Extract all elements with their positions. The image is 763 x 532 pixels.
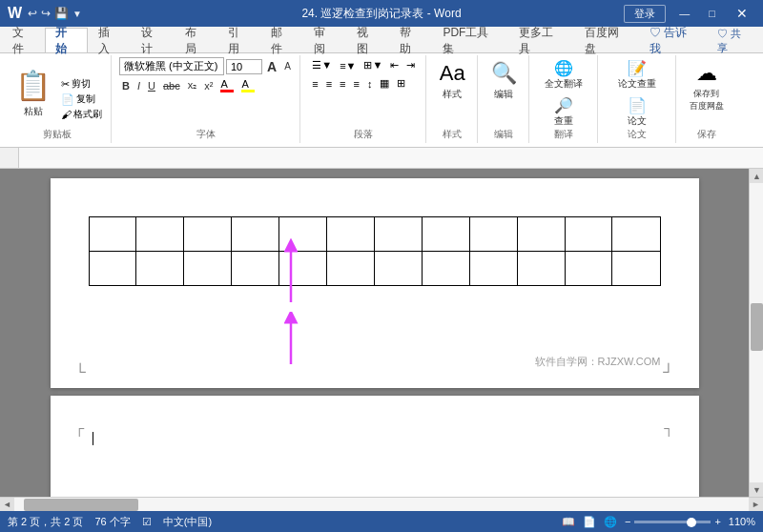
table-cell[interactable] xyxy=(327,252,375,286)
tab-references[interactable]: 引用 xyxy=(217,28,260,52)
table-cell[interactable] xyxy=(374,252,422,286)
edit-button[interactable]: 🔍 编辑 xyxy=(485,57,523,120)
undo-icon[interactable]: ↩ xyxy=(28,7,37,20)
table-cell[interactable] xyxy=(565,252,612,286)
align-left-button[interactable]: ≡ xyxy=(309,77,320,91)
underline-button[interactable]: U xyxy=(145,79,158,92)
format-painter-button[interactable]: 🖌格式刷 xyxy=(58,107,105,122)
tab-layout[interactable]: 布局 xyxy=(175,28,217,52)
zoom-out-button[interactable]: − xyxy=(625,516,630,527)
table-cell[interactable] xyxy=(232,252,279,286)
tab-mailings[interactable]: 邮件 xyxy=(260,28,303,52)
italic-button[interactable]: I xyxy=(134,79,143,92)
table-cell[interactable] xyxy=(374,217,422,252)
increase-indent-button[interactable]: ⇥ xyxy=(403,58,418,72)
shading-button[interactable]: ▦ xyxy=(377,76,392,91)
align-row: ≡ ≡ ≡ ≡ ↕ ▦ ⊞ xyxy=(309,75,418,92)
table-cell[interactable] xyxy=(612,252,660,286)
minimize-button[interactable]: — xyxy=(673,6,695,21)
bullet-list-button[interactable]: ☰▼ xyxy=(309,58,335,72)
full-translate-button[interactable]: 🌐 全文翻译 xyxy=(541,57,587,92)
align-right-button[interactable]: ≡ xyxy=(337,77,348,91)
zoom-percent[interactable]: 110% xyxy=(729,516,755,527)
table-cell[interactable] xyxy=(89,217,136,252)
table-cell[interactable] xyxy=(422,217,469,252)
table-cell[interactable] xyxy=(184,252,232,286)
tab-review[interactable]: 审阅 xyxy=(303,28,346,52)
scroll-thumb[interactable] xyxy=(751,303,763,351)
table-cell[interactable] xyxy=(136,217,184,252)
scroll-up-button[interactable]: ▲ xyxy=(750,169,763,183)
tab-file[interactable]: 文件 xyxy=(2,28,45,52)
highlight-color-button[interactable]: A xyxy=(238,77,258,93)
line-spacing-button[interactable]: ↕ xyxy=(364,77,376,91)
tab-help[interactable]: 帮助 xyxy=(389,28,432,52)
numbered-list-button[interactable]: ≡▼ xyxy=(337,59,359,72)
zoom-in-button[interactable]: + xyxy=(714,516,720,527)
paste-button[interactable]: 📋 粘贴 xyxy=(10,65,56,133)
tab-view[interactable]: 视图 xyxy=(346,28,389,52)
document-scroll-area[interactable]: 软件自学网：RJZXW.COM └ ┘ ┌ ┐ xyxy=(0,169,749,497)
multilevel-list-button[interactable]: ⊞▼ xyxy=(361,58,385,72)
view-mode-read-button[interactable]: 📖 xyxy=(562,516,575,528)
tab-insert[interactable]: 插入 xyxy=(88,28,131,52)
copy-button[interactable]: 📄复制 xyxy=(58,92,105,107)
strikethrough-button[interactable]: abc xyxy=(160,79,183,92)
cut-button[interactable]: ✂剪切 xyxy=(58,76,105,92)
zoom-thumb[interactable] xyxy=(687,518,696,527)
share-button[interactable]: ♡ 共享 xyxy=(707,28,761,52)
view-mode-web-button[interactable]: 🌐 xyxy=(604,516,617,528)
save-baidu-button[interactable]: ☁ 保存到百度网盘 xyxy=(684,57,730,120)
superscript-button[interactable]: x² xyxy=(201,79,216,92)
table-cell[interactable] xyxy=(517,252,565,286)
table-cell[interactable] xyxy=(469,217,517,252)
table-cell[interactable] xyxy=(612,217,660,252)
table-cell[interactable] xyxy=(565,217,612,252)
horizontal-ruler: 2 4 6 8 10 12 14 16 18 20 22 24 26 28 34… xyxy=(0,148,763,169)
font-size-selector[interactable]: 10 xyxy=(226,59,262,74)
subscript-button[interactable]: x₂ xyxy=(185,78,200,92)
table-cell[interactable] xyxy=(517,217,565,252)
border-button[interactable]: ⊞ xyxy=(394,76,408,91)
hscroll-left-button[interactable]: ◄ xyxy=(0,498,14,512)
font-color-button[interactable]: A xyxy=(217,77,237,93)
table-cell[interactable] xyxy=(184,217,232,252)
maximize-button[interactable]: □ xyxy=(703,6,721,21)
view-mode-print-button[interactable]: 📄 xyxy=(583,516,596,528)
align-center-button[interactable]: ≡ xyxy=(323,77,335,91)
hscroll-right-button[interactable]: ► xyxy=(749,498,763,512)
decrease-indent-button[interactable]: ⇤ xyxy=(387,58,402,72)
tab-pdf[interactable]: PDF工具集 xyxy=(432,28,508,52)
justify-button[interactable]: ≡ xyxy=(351,77,362,91)
hscroll-track[interactable] xyxy=(14,498,749,511)
scroll-down-button[interactable]: ▼ xyxy=(750,482,763,497)
table-cell[interactable] xyxy=(89,252,136,286)
tab-tell-me[interactable]: ♡ 告诉我 xyxy=(639,28,708,52)
login-button[interactable]: 登录 xyxy=(624,5,666,23)
tab-home[interactable]: 开始 xyxy=(45,28,88,52)
table-cell[interactable] xyxy=(422,252,469,286)
save-icon[interactable]: 💾 xyxy=(54,7,69,20)
font-name-selector[interactable]: 微软雅黑 (中文正文) xyxy=(119,57,224,75)
table-cell[interactable] xyxy=(136,252,184,286)
thesis-check-button[interactable]: 📝 论文查重 xyxy=(614,57,660,92)
tab-design[interactable]: 设计 xyxy=(131,28,174,52)
scroll-track[interactable] xyxy=(750,183,763,482)
redo-icon[interactable]: ↪ xyxy=(41,7,51,20)
bold-button[interactable]: B xyxy=(119,79,133,92)
decrease-font-button[interactable]: A xyxy=(281,60,294,72)
zoom-track[interactable] xyxy=(634,521,711,523)
table-cell[interactable] xyxy=(469,252,517,286)
hscroll-thumb[interactable] xyxy=(24,499,138,511)
customise-icon[interactable]: ▼ xyxy=(72,9,82,19)
page-2-content[interactable]: ┌ ┐ xyxy=(51,396,699,497)
styles-button[interactable]: Aa 样式 xyxy=(434,57,471,120)
tab-baidu[interactable]: 百度网盘 xyxy=(574,28,639,52)
close-button[interactable]: ✕ xyxy=(729,4,755,23)
tab-more-tools[interactable]: 更多工具 xyxy=(508,28,573,52)
thesis-button[interactable]: 📄 论文 xyxy=(614,94,660,130)
increase-font-button[interactable]: A xyxy=(264,58,279,75)
table-cell[interactable] xyxy=(327,217,375,252)
table-cell[interactable] xyxy=(232,217,279,252)
plagiarism-check-button[interactable]: 🔎 查重 xyxy=(541,94,587,130)
